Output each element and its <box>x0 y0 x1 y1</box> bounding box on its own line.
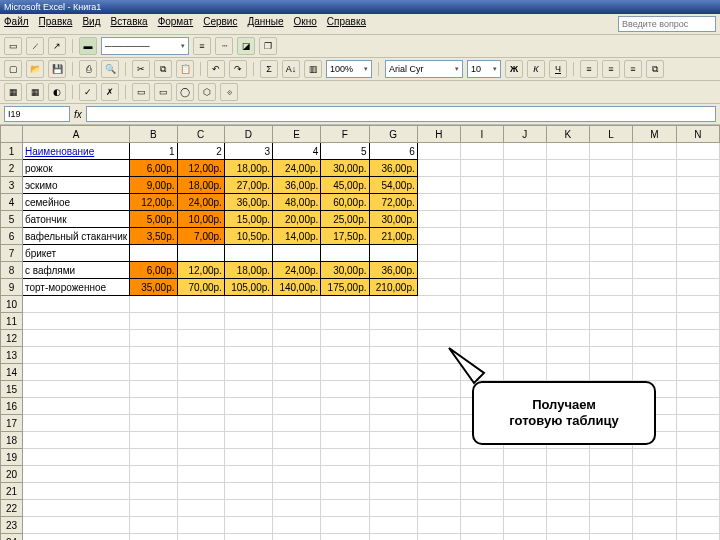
cell[interactable] <box>546 228 589 245</box>
cell[interactable] <box>503 228 546 245</box>
preview-icon[interactable]: 🔍 <box>101 60 119 78</box>
cell[interactable] <box>676 381 719 398</box>
cell[interactable] <box>273 245 321 262</box>
cell[interactable] <box>273 449 321 466</box>
row-header[interactable]: 10 <box>1 296 23 313</box>
cell[interactable] <box>22 415 129 432</box>
cut-icon[interactable]: ✂ <box>132 60 150 78</box>
cell[interactable] <box>224 245 272 262</box>
open-icon[interactable]: 📂 <box>26 60 44 78</box>
cell[interactable] <box>503 483 546 500</box>
cell[interactable] <box>503 143 546 160</box>
cell[interactable] <box>676 432 719 449</box>
row-header[interactable]: 7 <box>1 245 23 262</box>
cell[interactable] <box>417 415 460 432</box>
row-header[interactable]: 2 <box>1 160 23 177</box>
cell[interactable] <box>590 364 633 381</box>
cell[interactable] <box>676 347 719 364</box>
cell[interactable] <box>321 347 369 364</box>
cell[interactable] <box>503 500 546 517</box>
cell[interactable] <box>273 313 321 330</box>
cell[interactable] <box>590 330 633 347</box>
cell[interactable] <box>130 296 177 313</box>
cell[interactable] <box>224 364 272 381</box>
cell[interactable] <box>503 279 546 296</box>
cell[interactable] <box>417 313 460 330</box>
cell[interactable]: 9,00р. <box>130 177 177 194</box>
cell[interactable]: 210,00р. <box>369 279 417 296</box>
cell[interactable] <box>461 177 504 194</box>
cell[interactable] <box>590 245 633 262</box>
cell[interactable] <box>590 279 633 296</box>
cell[interactable] <box>633 211 677 228</box>
cell[interactable] <box>546 534 589 541</box>
col-header-C[interactable]: C <box>177 126 224 143</box>
cell[interactable] <box>369 313 417 330</box>
cell[interactable] <box>546 500 589 517</box>
cell[interactable] <box>177 313 224 330</box>
cell[interactable] <box>633 347 677 364</box>
font-size-dropdown[interactable]: 10▾ <box>467 60 501 78</box>
cell[interactable] <box>177 381 224 398</box>
cell[interactable]: 105,00р. <box>224 279 272 296</box>
cell[interactable] <box>590 228 633 245</box>
cell[interactable] <box>676 449 719 466</box>
cell[interactable] <box>321 517 369 534</box>
cell[interactable] <box>503 313 546 330</box>
cell[interactable] <box>130 483 177 500</box>
cell[interactable] <box>676 364 719 381</box>
draw-select-icon[interactable]: ▭ <box>4 37 22 55</box>
fx-label[interactable]: fx <box>74 109 82 120</box>
cell[interactable]: 36,00р. <box>224 194 272 211</box>
row-header[interactable]: 9 <box>1 279 23 296</box>
chart-icon[interactable]: ▥ <box>304 60 322 78</box>
cell[interactable] <box>417 279 460 296</box>
cell[interactable]: 72,00р. <box>369 194 417 211</box>
cell[interactable] <box>461 534 504 541</box>
col-header-K[interactable]: K <box>546 126 589 143</box>
cell[interactable] <box>224 483 272 500</box>
cell[interactable] <box>224 313 272 330</box>
cell[interactable] <box>633 245 677 262</box>
cell[interactable]: 10,00р. <box>177 211 224 228</box>
tb-icon-5[interactable]: ✗ <box>101 83 119 101</box>
cell[interactable] <box>546 330 589 347</box>
cell[interactable] <box>461 517 504 534</box>
cell[interactable] <box>417 228 460 245</box>
cell[interactable] <box>461 483 504 500</box>
cell[interactable]: 21,00р. <box>369 228 417 245</box>
cell[interactable] <box>177 534 224 541</box>
cell[interactable] <box>369 415 417 432</box>
cell[interactable]: 35,00р. <box>130 279 177 296</box>
row-header[interactable]: 22 <box>1 500 23 517</box>
cell[interactable] <box>461 449 504 466</box>
row-header[interactable]: 11 <box>1 313 23 330</box>
cell[interactable] <box>633 500 677 517</box>
3d-icon[interactable]: ❐ <box>259 37 277 55</box>
cell[interactable] <box>369 517 417 534</box>
cell[interactable] <box>676 466 719 483</box>
cell[interactable] <box>130 347 177 364</box>
cell[interactable]: семейное <box>22 194 129 211</box>
cell[interactable] <box>676 313 719 330</box>
cell[interactable] <box>461 194 504 211</box>
cell[interactable] <box>321 432 369 449</box>
cell[interactable] <box>321 313 369 330</box>
cell[interactable]: 24,00р. <box>273 160 321 177</box>
cell[interactable] <box>417 211 460 228</box>
cell[interactable]: 7,00р. <box>177 228 224 245</box>
row-header[interactable]: 23 <box>1 517 23 534</box>
cell[interactable] <box>676 279 719 296</box>
cell[interactable] <box>22 534 129 541</box>
cell[interactable] <box>461 500 504 517</box>
row-header[interactable]: 21 <box>1 483 23 500</box>
col-header-L[interactable]: L <box>590 126 633 143</box>
cell[interactable] <box>130 364 177 381</box>
tb-icon-2[interactable]: ▦ <box>26 83 44 101</box>
cell[interactable]: 1 <box>130 143 177 160</box>
cell[interactable]: 2 <box>177 143 224 160</box>
cell[interactable]: 36,00р. <box>369 262 417 279</box>
cell[interactable] <box>633 517 677 534</box>
cell[interactable] <box>590 262 633 279</box>
cell[interactable] <box>461 160 504 177</box>
